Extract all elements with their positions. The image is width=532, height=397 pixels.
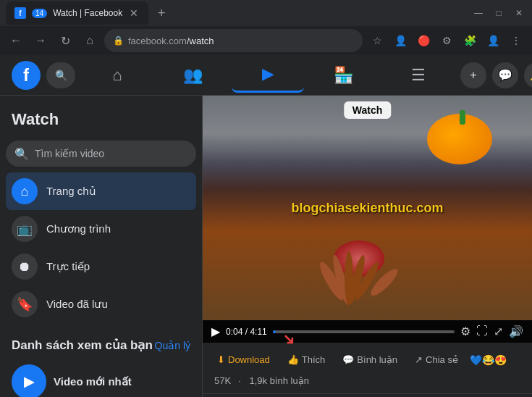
manage-link[interactable]: Quản lý bbox=[155, 340, 190, 351]
browser-chrome: f 14 Watch | Facebook ✕ + — □ ✕ ← → ↻ ⌂ … bbox=[0, 0, 532, 55]
sidebar-live-label: Trực tiếp bbox=[46, 260, 90, 273]
fb-sidebar: Watch 🔍 ⌂ Trang chủ 📺 Chương trình ⏺ Trự… bbox=[0, 96, 203, 397]
window-controls: — □ ✕ bbox=[471, 6, 526, 20]
comment-button[interactable]: 💬 Bình luận bbox=[337, 350, 403, 369]
forward-button[interactable]: → bbox=[30, 30, 51, 51]
play-button[interactable]: ▶ bbox=[211, 325, 220, 338]
sidebar-item-live[interactable]: ⏺ Trực tiếp bbox=[6, 248, 196, 285]
volume-icon[interactable]: 🔊 bbox=[509, 325, 523, 338]
sidebar-search-icon: 🔍 bbox=[14, 147, 29, 161]
new-tab-button[interactable]: + bbox=[151, 3, 172, 23]
tab-bar: f 14 Watch | Facebook ✕ + — □ ✕ bbox=[0, 0, 532, 26]
shows-nav-icon: 📺 bbox=[12, 216, 38, 242]
notification-button[interactable]: 🔔 14 bbox=[524, 62, 532, 88]
address-bar: ← → ↻ ⌂ 🔒 facebook.com/watch ☆ 👤 🔴 ⚙ 🧩 👤… bbox=[0, 26, 532, 55]
share-button[interactable]: ↗ Chia sẻ bbox=[409, 350, 464, 369]
video-thumbnail[interactable]: Watch blogchiasekienthuc.com bbox=[203, 96, 532, 320]
nav-menu[interactable]: ☰ bbox=[382, 58, 455, 93]
user-avatar-icon[interactable]: 👤 bbox=[483, 30, 503, 51]
extension-icon-2[interactable]: ⚙ bbox=[436, 30, 457, 51]
profile-sync-icon[interactable]: 👤 bbox=[390, 30, 410, 51]
comment-icon: 💬 bbox=[342, 354, 354, 365]
nav-watch[interactable]: ▶ bbox=[232, 58, 304, 93]
url-path: /watch bbox=[187, 35, 214, 46]
search-input[interactable] bbox=[35, 148, 187, 159]
control-icons: ⚙ ⛶ ⤢ 🔊 bbox=[460, 325, 523, 338]
latest-info: Video mới nhất bbox=[54, 375, 190, 388]
url-domain: facebook.com bbox=[128, 35, 187, 46]
nav-friends[interactable]: 👥 bbox=[156, 58, 229, 93]
settings-icon[interactable]: ⚙ bbox=[460, 325, 470, 338]
download-button[interactable]: ⬇ Download bbox=[211, 350, 276, 369]
nav-home[interactable]: ⌂ bbox=[81, 58, 153, 93]
messenger-button[interactable]: 💬 bbox=[492, 62, 518, 88]
comment-label: Bình luận bbox=[357, 354, 397, 365]
reaction-count: 57K bbox=[214, 375, 231, 386]
sidebar-search[interactable]: 🔍 bbox=[6, 141, 196, 167]
fb-search-button[interactable]: 🔍 bbox=[46, 62, 75, 88]
sidebar-home-label: Trang chủ bbox=[46, 185, 96, 198]
watchlist-section-header: Danh sách xem của bạn Quản lý bbox=[6, 332, 196, 359]
tab-title: Watch | Facebook bbox=[53, 8, 122, 18]
sidebar-item-home[interactable]: ⌂ Trang chủ bbox=[6, 172, 196, 210]
share-label: Chia sẻ bbox=[426, 354, 458, 365]
search-icon: 🔍 bbox=[55, 70, 67, 81]
saved-nav-icon: 🔖 bbox=[12, 291, 38, 317]
octopus bbox=[316, 233, 402, 306]
fullscreen-icon[interactable]: ⤢ bbox=[494, 325, 503, 338]
url-bar[interactable]: 🔒 facebook.com/watch bbox=[104, 29, 363, 52]
fb-main: Watch 🔍 ⌂ Trang chủ 📺 Chương trình ⏺ Trự… bbox=[0, 96, 532, 397]
progress-bar[interactable] bbox=[273, 330, 455, 333]
like-label: Thích bbox=[302, 354, 326, 365]
sidebar-saved-label: Video đã lưu bbox=[46, 298, 108, 311]
extension-icon-3[interactable]: 🧩 bbox=[460, 30, 480, 51]
pumpkin-container bbox=[427, 106, 492, 161]
home-button[interactable]: ⌂ bbox=[80, 30, 100, 51]
sidebar-item-shows[interactable]: 📺 Chương trình bbox=[6, 210, 196, 248]
sidebar-item-saved[interactable]: 🔖 Video đã lưu bbox=[6, 285, 196, 323]
url-text: facebook.com/watch bbox=[128, 35, 354, 46]
tab-notification-badge: 14 bbox=[32, 9, 47, 18]
tab-favicon: f bbox=[14, 7, 26, 19]
maximize-button[interactable]: □ bbox=[491, 6, 506, 20]
menu-icon[interactable]: ⋮ bbox=[506, 30, 526, 51]
latest-name: Video mới nhất bbox=[54, 375, 190, 388]
active-tab[interactable]: f 14 Watch | Facebook ✕ bbox=[6, 1, 148, 25]
extension-icon-1[interactable]: 🔴 bbox=[413, 30, 434, 51]
pumpkin-stem bbox=[460, 110, 465, 125]
facebook-app: f 🔍 ⌂ 👥 ▶ 🏪 ☰ + 💬 🔔 14 Watch bbox=[0, 55, 532, 397]
home-nav-icon: ⌂ bbox=[12, 178, 38, 204]
bookmark-icon[interactable]: ☆ bbox=[367, 30, 387, 51]
progress-fill bbox=[273, 330, 276, 333]
video-container: Watch blogchiasekienthuc.com ▶ 0:04 / 4:… bbox=[203, 96, 532, 397]
reload-button[interactable]: ↻ bbox=[55, 30, 75, 51]
nav-marketplace[interactable]: 🏪 bbox=[307, 58, 379, 93]
sort-section: Phù hợp nhất ▾ bbox=[203, 394, 532, 397]
sidebar-title: Watch bbox=[6, 104, 196, 135]
tab-close-button[interactable]: ✕ bbox=[128, 7, 140, 19]
fb-nav: ⌂ 👥 ▶ 🏪 ☰ bbox=[81, 58, 455, 93]
share-icon: ↗ bbox=[415, 354, 423, 365]
watchlist-title: Danh sách xem của bạn bbox=[12, 338, 153, 353]
fb-content: Watch blogchiasekienthuc.com ▶ 0:04 / 4:… bbox=[203, 96, 532, 397]
live-nav-icon: ⏺ bbox=[12, 254, 38, 280]
overlay-watermark: blogchiasekienthuc.com bbox=[291, 201, 443, 216]
back-button[interactable]: ← bbox=[6, 30, 26, 51]
video-controls: ▶ 0:04 / 4:11 ⚙ ⛶ ⤢ 🔊 bbox=[203, 320, 532, 343]
download-icon: ⬇ bbox=[217, 354, 225, 365]
pip-icon[interactable]: ⛶ bbox=[476, 325, 488, 338]
toolbar-icons: ☆ 👤 🔴 ⚙ 🧩 👤 ⋮ bbox=[367, 30, 526, 51]
watch-badge: Watch bbox=[344, 101, 391, 119]
sidebar-shows-label: Chương trình bbox=[46, 222, 111, 235]
download-label: Download bbox=[228, 354, 270, 365]
add-button[interactable]: + bbox=[460, 62, 486, 88]
lock-icon: 🔒 bbox=[113, 35, 124, 46]
fb-logo[interactable]: f bbox=[12, 61, 41, 90]
minimize-button[interactable]: — bbox=[471, 6, 486, 20]
like-button[interactable]: 👍 Thích bbox=[282, 350, 332, 369]
current-time: 0:04 / 4:11 bbox=[226, 327, 267, 337]
watchlist-item-latest[interactable]: ▶ Video mới nhất bbox=[6, 359, 196, 397]
comment-count: 1,9k bình luận bbox=[249, 375, 308, 386]
close-button[interactable]: ✕ bbox=[512, 6, 526, 20]
latest-avatar: ▶ bbox=[12, 364, 46, 397]
